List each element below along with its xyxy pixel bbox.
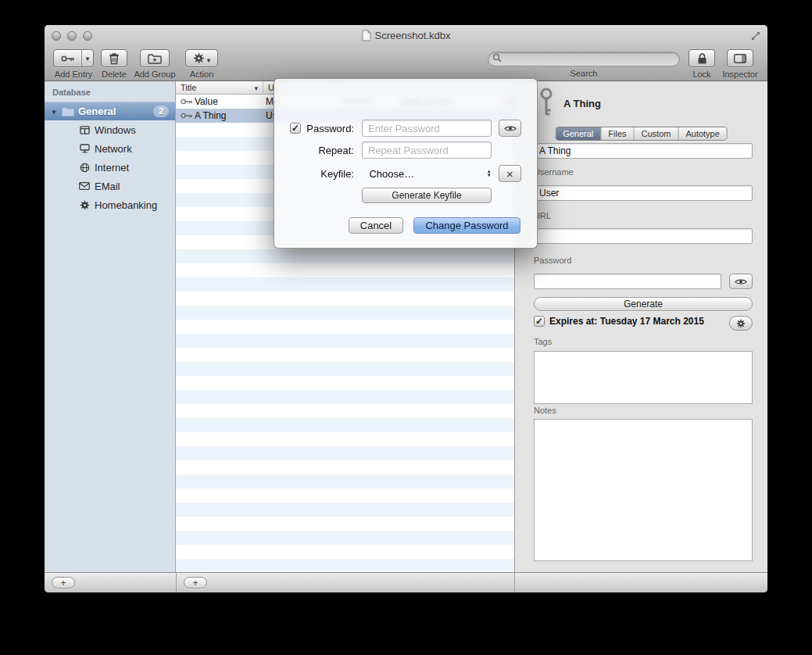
action-label: Action <box>190 70 214 79</box>
window-header: Screenshot.kdbx Add Entry <box>45 25 767 81</box>
change-password-button[interactable]: Change Password <box>413 217 520 234</box>
tab-general[interactable]: General <box>556 127 601 140</box>
inspector-label: Inspector <box>722 70 757 79</box>
cancel-button[interactable]: Cancel <box>349 217 403 234</box>
change-password-popover: Password: Repeat: Keyfile: Choose… ▲▼ <box>274 78 538 249</box>
windows-icon <box>77 125 92 135</box>
desktop: Screenshot.kdbx Add Entry <box>0 0 812 655</box>
search-label: Search <box>571 69 598 78</box>
titlebar[interactable]: Screenshot.kdbx <box>45 25 767 47</box>
title-field[interactable] <box>534 143 753 159</box>
fullscreen-icon[interactable] <box>750 30 761 41</box>
password-label: Password: <box>304 123 354 134</box>
generate-keyfile-button[interactable]: Generate Keyfile <box>362 188 492 203</box>
tags-label: Tags <box>534 337 552 346</box>
key-icon <box>54 50 81 66</box>
tab-custom[interactable]: Custom <box>635 127 679 140</box>
enable-password-checkbox[interactable] <box>290 123 301 134</box>
action-button[interactable]: Action <box>184 49 220 79</box>
expires-checkbox[interactable] <box>534 316 545 327</box>
sidebar-item-internet[interactable]: Internet <box>45 158 175 177</box>
generate-password-button[interactable]: Generate <box>534 297 753 311</box>
network-icon <box>77 144 92 153</box>
divider <box>514 573 515 592</box>
inspector-icon-button[interactable] <box>727 49 753 67</box>
sidebar-item-windows[interactable]: Windows <box>45 120 175 139</box>
sidebar-item-label: Network <box>95 143 132 155</box>
inspector-entry-title: A Thing <box>563 98 601 109</box>
show-password-button[interactable] <box>499 120 521 137</box>
clear-keyfile-button[interactable]: × <box>499 165 521 182</box>
entry-key-icon <box>538 88 554 117</box>
notes-field[interactable] <box>534 419 753 561</box>
search-control: Search <box>486 49 681 78</box>
search-input[interactable] <box>488 52 680 66</box>
keyfile-label: Keyfile: <box>304 168 354 180</box>
document-icon <box>362 30 371 41</box>
add-group-label: Add Group <box>134 70 175 79</box>
chevron-down-icon[interactable] <box>81 50 93 66</box>
sidebar-item-network[interactable]: Network <box>45 139 175 158</box>
sidebar-item-email[interactable]: EMail <box>45 177 175 195</box>
sidebar-item-homebanking[interactable]: Homebanking <box>45 195 175 214</box>
column-header-title[interactable]: Title <box>176 81 263 94</box>
chevron-down-icon <box>207 52 211 66</box>
repeat-row: Repeat: <box>290 141 521 159</box>
sidebar-item-label: Windows <box>95 124 136 136</box>
tab-autotype[interactable]: Autotype <box>678 127 726 140</box>
keyfile-row: Keyfile: Choose… ▲▼ × <box>290 165 521 182</box>
delete-icon-button[interactable] <box>101 49 127 67</box>
add-group-icon-button[interactable] <box>140 49 170 67</box>
entry-count-badge: 2 <box>153 106 169 117</box>
add-entry-segmented-control[interactable] <box>53 49 94 67</box>
action-icon-button[interactable] <box>185 49 218 67</box>
password-label: Password <box>534 256 571 265</box>
entry-title: Value <box>195 95 218 109</box>
show-password-button[interactable] <box>729 274 753 289</box>
divider <box>176 573 177 592</box>
lock-label: Lock <box>692 70 710 79</box>
inspector-tabs: General Files Custom Autotype <box>555 127 728 141</box>
lock-icon-button[interactable] <box>689 49 715 67</box>
entry-title: A Thing <box>195 109 226 123</box>
sidebar-item-label: General <box>78 106 116 117</box>
repeat-label: Repeat: <box>304 145 354 156</box>
key-icon <box>181 98 193 105</box>
delete-button[interactable]: Delete <box>99 49 129 79</box>
tab-files[interactable]: Files <box>601 127 634 140</box>
eye-icon <box>735 278 747 285</box>
generate-keyfile-row: Generate Keyfile <box>290 187 521 204</box>
add-group-button[interactable]: Add Group <box>132 49 177 79</box>
expires-row: Expires at: Tuesday 17 March 2015 <box>534 316 704 327</box>
sidebar-section-header: Database <box>45 88 175 102</box>
sidebar-item-label: Homebanking <box>95 199 157 211</box>
expires-settings-button[interactable] <box>729 316 753 331</box>
add-entry-button[interactable]: Add Entry <box>51 49 96 79</box>
popover-actions: Cancel Change Password <box>349 217 520 234</box>
sidebar: Database General 2 Windows <box>45 81 176 572</box>
inspector-toggle-button[interactable]: Inspector <box>718 49 762 79</box>
keyfile-popup[interactable]: Choose… ▲▼ <box>369 168 491 180</box>
url-field[interactable] <box>534 228 753 244</box>
folder-icon <box>60 106 76 116</box>
password-field[interactable] <box>534 274 721 289</box>
disclosure-triangle-icon[interactable] <box>51 106 60 117</box>
new-password-input[interactable] <box>362 120 492 137</box>
tags-field[interactable] <box>534 351 753 404</box>
gear-icon <box>193 52 205 64</box>
toolbar: Add Entry Delete Add Group <box>45 47 767 81</box>
sidebar-item-label: Internet <box>95 162 129 174</box>
lock-icon <box>697 52 707 65</box>
add-group-footer-button[interactable]: + <box>52 577 75 589</box>
search-icon <box>492 53 502 63</box>
add-entry-footer-button[interactable]: + <box>184 577 207 589</box>
trash-icon <box>109 52 120 65</box>
sidebar-item-general[interactable]: General 2 <box>45 102 175 120</box>
lock-button[interactable]: Lock <box>687 49 717 79</box>
delete-label: Delete <box>102 70 127 79</box>
username-field[interactable] <box>534 185 753 201</box>
envelope-icon <box>77 182 92 190</box>
folder-plus-icon <box>148 53 162 64</box>
app-window: Screenshot.kdbx Add Entry <box>45 25 767 592</box>
repeat-password-input[interactable] <box>362 141 492 159</box>
